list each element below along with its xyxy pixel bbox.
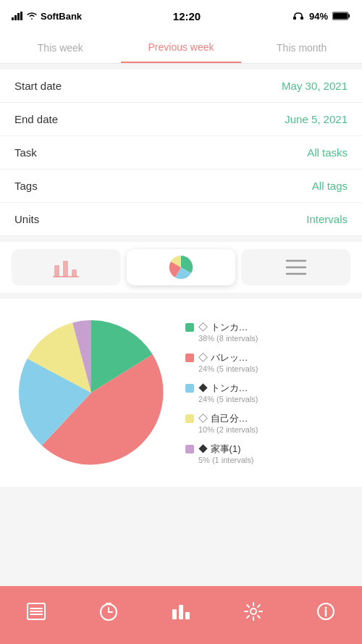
filter-end-date[interactable]: End date June 5, 2021 [0,103,362,136]
battery-icon [332,12,350,20]
legend-color-2 [185,384,194,393]
tab-this-week[interactable]: This week [0,32,121,63]
period-tabs: This week Previous week This month [0,32,362,64]
legend-item-4: ◆ 家事(1) 5% (1 intervals) [185,443,350,464]
nav-timer-button[interactable] [93,595,125,627]
bar-chart-button[interactable] [12,249,121,285]
svg-rect-4 [293,17,296,20]
legend-item-3: ◇ 自己分… 10% (2 intervals) [185,412,350,434]
gear-nav-icon [244,602,263,621]
nav-list-button[interactable] [20,595,52,627]
battery-area: 94% [292,11,350,22]
legend-color-4 [185,445,194,453]
list-chart-button[interactable] [241,249,350,285]
svg-rect-27 [185,612,190,619]
svg-point-31 [325,607,327,609]
pie-chart-icon [168,254,194,280]
carrier-signal: SoftBank [12,11,82,22]
chart-nav-icon [171,602,191,621]
legend-color-0 [185,323,194,332]
legend-item-2: ◆ トンカ… 24% (5 intervals) [185,382,350,403]
info-nav-icon [316,602,335,621]
bottom-navigation [0,586,362,644]
time-display: 12:20 [173,10,201,22]
svg-rect-26 [179,605,183,619]
signal-icon [12,12,23,20]
chart-type-selector [0,242,362,293]
svg-rect-0 [12,17,14,20]
svg-rect-8 [333,13,348,19]
filter-task[interactable]: Task All tasks [0,136,362,170]
legend-color-1 [185,354,194,362]
chart-legend: ◇ トンカ… 38% (8 intervals) ◇ バレッ… 24% (5 i… [185,321,350,464]
svg-rect-11 [72,269,77,277]
clock-nav-icon [99,602,118,621]
filter-start-date[interactable]: Start date May 30, 2021 [0,70,362,103]
svg-rect-2 [17,13,20,20]
nav-info-button[interactable] [310,595,342,627]
tab-previous-week[interactable]: Previous week [121,32,242,63]
svg-rect-1 [14,15,17,20]
wifi-icon [26,12,38,20]
list-icon [285,258,307,277]
nav-chart-button[interactable] [165,595,197,627]
headphone-icon [292,12,305,20]
svg-rect-10 [63,261,68,277]
chart-area: ◇ トンカ… 38% (8 intervals) ◇ バレッ… 24% (5 i… [0,298,362,487]
svg-rect-3 [20,12,22,20]
filter-tags[interactable]: Tags All tags [0,170,362,203]
legend-color-3 [185,414,194,423]
svg-rect-9 [54,265,59,277]
tab-this-month[interactable]: This month [241,32,362,63]
legend-item-1: ◇ バレッ… 24% (5 intervals) [185,351,350,373]
pie-chart-button[interactable] [127,249,236,285]
battery-percent: 94% [309,11,328,22]
status-bar: SoftBank 12:20 94% [0,0,362,32]
carrier-label: SoftBank [41,11,82,22]
list-nav-icon [27,602,46,621]
pie-chart [12,313,171,472]
svg-rect-25 [172,609,177,619]
legend-item-0: ◇ トンカ… 38% (8 intervals) [185,321,350,343]
nav-settings-button[interactable] [237,595,269,627]
svg-rect-7 [348,14,350,18]
filter-section: Start date May 30, 2021 End date June 5,… [0,70,362,236]
filter-units[interactable]: Units Intervals [0,203,362,236]
bar-chart-icon [53,256,79,278]
svg-point-28 [251,609,256,614]
svg-rect-5 [300,17,303,20]
